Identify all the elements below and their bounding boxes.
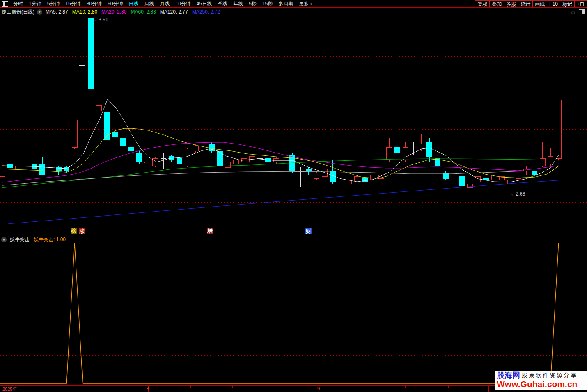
- tool-button-复权[interactable]: 复权: [475, 0, 490, 7]
- axis-label-8: 8: [147, 386, 149, 391]
- price-annotation: ←3.61: [94, 17, 108, 23]
- watermark-desc-char: 股: [521, 372, 528, 379]
- watermark-url: Www.Guhai.com.cn: [497, 380, 586, 389]
- diamond-icon[interactable]: ◇: [571, 9, 575, 15]
- ma-value-MA5: MA5: 2.87: [46, 9, 68, 15]
- tool-button-画线[interactable]: 画线: [532, 0, 547, 7]
- menu-item-5秒[interactable]: 5秒: [246, 0, 259, 7]
- tool-button-统计[interactable]: 统计: [518, 0, 533, 7]
- window-layout-icon[interactable]: [2, 1, 8, 7]
- event-marker-涨[interactable]: 涨: [79, 228, 85, 234]
- chart-canvas[interactable]: [0, 0, 587, 392]
- trading-app-window: 分时1分钟5分钟15分钟30分钟60分钟日线周线月线10分钟45日线季线年线5秒…: [0, 0, 587, 392]
- ma-value-MA20: MA20: 2.80: [101, 9, 126, 15]
- menu-item-周线[interactable]: 周线: [141, 0, 157, 7]
- watermark: 股海网 股票软件资源分享 Www.Guhai.com.cn: [495, 371, 587, 390]
- menu-item-分时[interactable]: 分时: [10, 0, 26, 7]
- event-marker-财[interactable]: 财: [305, 228, 312, 234]
- ma-value-MA120: MA120: 2.77: [160, 9, 188, 15]
- indicator-collapse-icon[interactable]: ▼: [1, 237, 7, 242]
- watermark-desc-char: 软: [535, 372, 542, 379]
- axis-label-2025年: 2025年: [2, 386, 17, 392]
- menu-item-10分钟[interactable]: 10分钟: [172, 0, 193, 7]
- price-annotation: ←2.66: [511, 191, 525, 197]
- event-marker-榜[interactable]: 榜: [71, 228, 77, 234]
- menu-item-1分钟[interactable]: 1分钟: [26, 0, 44, 7]
- lower-indicator-label-row: ▼ 妖牛突击 妖牛突击: 1.00: [1, 236, 66, 243]
- watermark-desc-char: 件: [542, 372, 549, 379]
- menu-item-多周期[interactable]: 多周期: [275, 0, 296, 7]
- tool-button-多股[interactable]: 多股: [504, 0, 518, 7]
- menu-item-45日线[interactable]: 45日线: [194, 0, 215, 7]
- axis-label-9: 9: [317, 386, 320, 391]
- menu-item-更多 ›[interactable]: 更多 ›: [296, 0, 314, 7]
- panel-split-icon[interactable]: [579, 9, 585, 14]
- watermark-desc-char: 源: [556, 372, 563, 379]
- window-layout-cell[interactable]: [0, 0, 10, 7]
- watermark-desc-char: 分: [563, 372, 570, 379]
- menu-item-30分钟[interactable]: 30分钟: [84, 0, 105, 7]
- period-menu-bar: 分时1分钟5分钟15分钟30分钟60分钟日线周线月线10分钟45日线季线年线5秒…: [0, 0, 587, 8]
- event-marker-增[interactable]: 增: [207, 228, 213, 234]
- indicator-info-bar: 厦工股份(日线) ▼ MA5: 2.87MA10: 2.80MA20: 2.80…: [0, 8, 587, 16]
- indicator-name: 妖牛突击: [10, 236, 30, 243]
- ma-value-list: MA5: 2.87MA10: 2.80MA20: 2.80MA60: 2.83M…: [46, 9, 224, 15]
- menu-item-日线[interactable]: 日线: [126, 0, 141, 7]
- stock-dropdown-icon[interactable]: ▼: [37, 9, 42, 15]
- watermark-description: 股票软件资源分享: [521, 372, 577, 379]
- menu-item-5分钟[interactable]: 5分钟: [44, 0, 63, 7]
- chart-tool-buttons: 复权叠加多股统计画线F10标记+自: [475, 0, 587, 7]
- menu-item-15秒[interactable]: 15秒: [259, 0, 275, 7]
- watermark-desc-char: 票: [528, 372, 535, 379]
- menu-item-季线[interactable]: 季线: [215, 0, 230, 7]
- menu-item-15分钟[interactable]: 15分钟: [62, 0, 83, 7]
- tool-button-标记[interactable]: 标记: [560, 0, 575, 7]
- period-menu-items: 分时1分钟5分钟15分钟30分钟60分钟日线周线月线10分钟45日线季线年线5秒…: [10, 0, 315, 7]
- menu-item-月线[interactable]: 月线: [157, 0, 172, 7]
- menu-item-年线[interactable]: 年线: [230, 0, 246, 7]
- indicator-value-label: 妖牛突击: 1.00: [34, 236, 66, 243]
- ma-value-MA10: MA10: 2.80: [72, 9, 97, 15]
- info-bar-icons: ◇: [571, 9, 585, 15]
- watermark-desc-char: 资: [549, 372, 556, 379]
- stock-title: 厦工股份(日线): [2, 9, 34, 16]
- tool-button-叠加[interactable]: 叠加: [489, 0, 504, 7]
- menu-item-60分钟[interactable]: 60分钟: [105, 0, 126, 7]
- tool-button-+自[interactable]: +自: [574, 0, 587, 7]
- tool-button-F10[interactable]: F10: [547, 0, 560, 7]
- ma-value-MA250: MA250: 2.72: [192, 9, 220, 15]
- ma-value-MA60: MA60: 2.83: [131, 9, 156, 15]
- watermark-desc-char: 享: [570, 372, 577, 379]
